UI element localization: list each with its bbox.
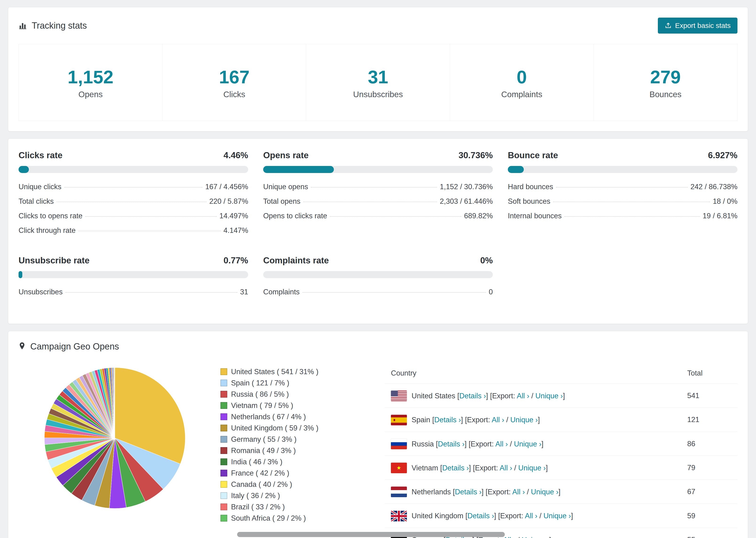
export-all-link[interactable]: All › [492, 416, 504, 424]
country-name: Netherlands [411, 488, 451, 496]
rate-detail-label: Complaints [263, 288, 299, 296]
country-name: United States [411, 392, 455, 400]
country-total: 79 [681, 456, 737, 480]
legend-item-brazil: Brazil ( 33 / 2% ) [220, 501, 385, 512]
country-links: [Details ›] [Export: All › / Unique ›] [430, 416, 540, 424]
stat-value: 167 [162, 68, 306, 87]
legend-label: Vietnam ( 79 / 5% ) [231, 402, 293, 410]
details-link[interactable]: Details › [459, 392, 486, 400]
country-links: [Details ›] [Export: All › / Unique ›] [455, 392, 565, 400]
rate-block-complaints-rate: Complaints rate0%Complaints0 [263, 256, 493, 299]
rate-detail-value: 19 / 6.81% [703, 212, 737, 220]
map-pin-icon [19, 342, 26, 351]
rate-value: 0.77% [224, 256, 248, 265]
flag-nl-icon [391, 487, 407, 497]
export-unique-link[interactable]: Unique › [544, 512, 571, 520]
dotted-leader [311, 187, 437, 188]
rate-title: Clicks rate [19, 150, 63, 160]
legend-swatch [220, 368, 227, 375]
country-links: [Details ›] [Export: All › / Unique ›] [434, 440, 544, 448]
rate-detail-value: 220 / 5.87% [209, 197, 248, 206]
flag-es-icon [391, 415, 407, 425]
flag-vn-icon [391, 463, 407, 473]
export-all-link[interactable]: All › [495, 440, 508, 448]
rate-detail-value: 31 [240, 288, 248, 296]
details-link[interactable]: Details › [455, 488, 482, 496]
stat-label: Complaints [450, 90, 594, 99]
rate-detail-row: Hard bounces242 / 86.738% [508, 180, 737, 194]
rate-block-unsubscribe-rate: Unsubscribe rate0.77%Unsubscribes31 [19, 256, 248, 299]
rate-detail-row: Internal bounces19 / 6.81% [508, 209, 737, 223]
details-link[interactable]: Details › [438, 440, 465, 448]
pie-slice-other-47 [115, 368, 115, 438]
country-name: Russia [411, 440, 434, 448]
legend-swatch [220, 391, 227, 398]
rate-detail-label: Total clicks [19, 197, 54, 206]
country-cell: United States [Details ›] [Export: All ›… [385, 384, 681, 407]
geo-table-header-row: Country Total [385, 363, 737, 384]
legend-label: South Africa ( 29 / 2% ) [231, 514, 306, 522]
country-cell: United Kingdom [Details ›] [Export: All … [385, 504, 681, 528]
rate-detail-row: Total clicks220 / 5.87% [19, 194, 248, 209]
export-unique-link[interactable]: Unique › [531, 488, 558, 496]
dotted-leader [330, 216, 461, 217]
country-total: 55 [681, 528, 737, 538]
summary-stat-unsubscribes: 31Unsubscribes [306, 44, 450, 121]
rate-value: 4.46% [224, 150, 248, 160]
details-link[interactable]: Details › [467, 512, 494, 520]
export-basic-stats-button[interactable]: Export basic stats [658, 18, 737, 33]
bar-chart-icon [19, 21, 27, 30]
rate-progressbar-fill [19, 271, 22, 278]
details-link[interactable]: Details › [442, 464, 469, 472]
export-all-link[interactable]: All › [525, 512, 537, 520]
country-total: 86 [681, 432, 737, 456]
export-unique-link[interactable]: Unique › [518, 464, 546, 472]
rate-head: Bounce rate6.927% [508, 150, 737, 160]
rate-progressbar [263, 271, 493, 278]
legend-swatch [220, 447, 227, 454]
legend-item-russia: Russia ( 86 / 5% ) [220, 389, 385, 400]
summary-stat-bounces: 279Bounces [594, 44, 737, 121]
rate-block-bounce-rate: Bounce rate6.927%Hard bounces242 / 86.73… [508, 150, 737, 238]
geo-opens-content: United States ( 541 / 31% )Spain ( 121 /… [19, 363, 737, 538]
country-links: [Details ›] [Export: All › / Unique ›] [438, 464, 548, 472]
rate-title: Complaints rate [263, 256, 329, 265]
rate-head: Complaints rate0% [263, 256, 493, 265]
tracking-stats-header: Tracking stats Export basic stats [19, 18, 737, 33]
stat-value: 279 [594, 68, 737, 87]
export-unique-link[interactable]: Unique › [535, 392, 563, 400]
rate-value: 0% [480, 256, 493, 265]
export-icon [665, 22, 672, 29]
legend-swatch [220, 425, 227, 431]
export-all-link[interactable]: All › [500, 464, 512, 472]
legend-label: India ( 46 / 3% ) [231, 458, 283, 466]
rate-progressbar [508, 166, 737, 173]
export-all-link[interactable]: All › [512, 488, 525, 496]
geo-pie-legend: United States ( 541 / 31% )Spain ( 121 /… [211, 363, 385, 524]
dotted-leader [556, 187, 688, 188]
export-prefix: Export: [500, 512, 523, 520]
export-prefix: Export: [488, 488, 511, 496]
dotted-leader [66, 292, 237, 293]
geo-table-row-netherlands: Netherlands [Details ›] [Export: All › /… [385, 480, 737, 504]
details-link[interactable]: Details › [434, 416, 461, 424]
export-unique-link[interactable]: Unique › [510, 416, 538, 424]
dotted-leader [303, 202, 437, 202]
export-prefix: Export: [467, 416, 490, 424]
legend-swatch [220, 515, 227, 521]
dotted-leader [565, 216, 700, 217]
export-all-link[interactable]: All › [503, 536, 515, 538]
export-unique-link[interactable]: Unique › [514, 440, 541, 448]
rate-value: 30.736% [459, 150, 493, 160]
export-prefix: Export: [475, 464, 498, 472]
rate-progressbar [19, 271, 248, 278]
export-all-link[interactable]: All › [517, 392, 529, 400]
horizontal-scrollbar-thumb[interactable] [237, 532, 505, 537]
rate-detail-value: 167 / 4.456% [205, 183, 248, 191]
rate-block-clicks-rate: Clicks rate4.46%Unique clicks167 / 4.456… [19, 150, 248, 238]
rate-title: Opens rate [263, 150, 308, 160]
country-name: Spain [411, 416, 430, 424]
legend-label: France ( 42 / 2% ) [231, 469, 289, 477]
export-unique-link[interactable]: Unique › [522, 536, 549, 538]
geo-pie-svg [42, 365, 188, 511]
